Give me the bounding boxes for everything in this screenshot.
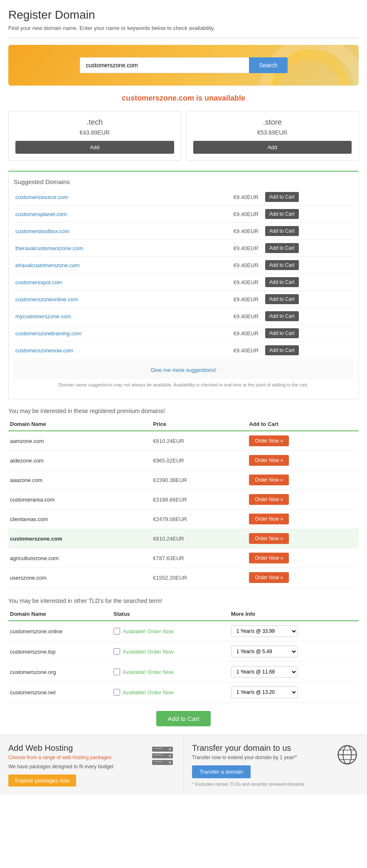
globe-icon (336, 743, 359, 767)
suggested-table: customerssource.com €9.40EUR Add to Cart… (14, 189, 353, 359)
order-now-button[interactable]: Order Now » (249, 553, 289, 563)
domain-name: customerstoolbox.com (14, 223, 187, 240)
domain-name: customerssource.com (14, 189, 187, 206)
table-row: aaazone.com €2390.38EUR Order Now » (8, 470, 359, 490)
promo-left: Add Web Hosting Choose from a range of w… (0, 735, 184, 795)
suggested-section: Suggested Domains customerssource.com €9… (8, 171, 359, 399)
tld-cards: .tech €43.89EUR Add .store €53.69EUR Add (8, 111, 359, 161)
more-info-select[interactable]: 1 Year/s @ 33.99 (231, 625, 298, 637)
tld-price-tech: €43.89EUR (15, 129, 174, 136)
search-banner: Search (8, 45, 359, 86)
add-to-cart-button[interactable]: Add to Cart (265, 311, 299, 321)
order-now-cell: Order Now » (247, 529, 359, 548)
domain-name: agriculturezone.com (8, 548, 151, 568)
explore-packages-button[interactable]: Explore packages now (8, 775, 76, 787)
tld-search-heading: You may be interested in other TLD's for… (8, 598, 359, 604)
add-to-cart-button[interactable]: Add to Cart (265, 192, 299, 202)
domain-price: €2390.38EUR (151, 470, 247, 490)
tld-search-section: You may be interested in other TLD's for… (8, 598, 359, 703)
table-row: customersspot.com €9.40EUR Add to Cart (14, 274, 353, 291)
search-input[interactable] (80, 57, 249, 73)
order-now-button[interactable]: Order Now » (249, 475, 289, 485)
tld-checkbox[interactable] (113, 669, 120, 675)
tld-col-domain: Domain Name (8, 607, 112, 621)
add-to-cart-button[interactable]: Add to Cart (265, 260, 299, 270)
add-to-cart-button[interactable]: Add to Cart (265, 277, 299, 287)
svg-point-3 (169, 748, 171, 750)
domain-price: €3188.66EUR (151, 490, 247, 509)
premium-heading: You may be interested in these registere… (8, 408, 359, 414)
table-row: customerszone.org Available! Order Now 1… (8, 662, 359, 682)
order-now-button[interactable]: Order Now » (249, 533, 289, 544)
domain-name: aidezone.com (8, 451, 151, 470)
domain-price: €9.40EUR (187, 274, 264, 291)
table-row: customerszoneonline.com €9.40EUR Add to … (14, 291, 353, 308)
order-now-button[interactable]: Order Now » (249, 572, 289, 583)
more-info-select[interactable]: 1 Year/s @ 11.69 (231, 666, 298, 678)
domain-price: €9.40EUR (187, 342, 264, 359)
add-cart-cell: Add to Cart (264, 206, 353, 223)
promo-right-title: Transfer your domain to us (192, 743, 304, 753)
tld-checkbox[interactable] (113, 628, 120, 634)
unavailable-message: customerszone.com is unavailable (8, 94, 359, 103)
order-now-cell: Order Now » (247, 548, 359, 568)
add-to-cart-button[interactable]: Add to Cart (265, 243, 299, 253)
search-button[interactable]: Search (249, 57, 287, 73)
add-cart-cell: Add to Cart (264, 342, 353, 359)
domain-name: elravalcustomerszone.com (14, 257, 187, 274)
search-form: Search (80, 57, 288, 73)
domain-price: €9.40EUR (187, 308, 264, 325)
domain-name: customersspot.com (14, 274, 187, 291)
domain-price: €9.40EUR (187, 223, 264, 240)
suggested-title: Suggested Domains (14, 178, 353, 185)
more-info-select[interactable]: 1 Year/s @ 5.49 (231, 646, 298, 657)
table-row: userszone.com €1552.20EUR Order Now » (8, 568, 359, 588)
domain-price: €965.02EUR (151, 451, 247, 470)
domain-name: customerszonenow.com (14, 342, 187, 359)
add-to-cart-button[interactable]: Add to Cart (265, 345, 299, 355)
disclaimer: Domain name suggestions may not always b… (14, 379, 353, 394)
domain-name: customersplanet.com (14, 206, 187, 223)
add-to-cart-button[interactable]: Add to Cart (156, 711, 211, 726)
add-to-cart-button[interactable]: Add to Cart (265, 328, 299, 338)
add-cart-cell: Add to Cart (264, 274, 353, 291)
transfer-domain-button[interactable]: Transfer a domain (192, 765, 251, 778)
add-to-cart-button[interactable]: Add to Cart (265, 209, 299, 219)
table-row: customerszone.com €610.24EUR Order Now » (8, 529, 359, 548)
add-cart-cell: Add to Cart (264, 189, 353, 206)
svg-rect-7 (154, 755, 163, 755)
order-now-cell: Order Now » (247, 451, 359, 470)
add-cart-cell: Add to Cart (264, 291, 353, 308)
order-now-button[interactable]: Order Now » (249, 494, 289, 505)
tld-more-info: 1 Year/s @ 5.49 (229, 642, 359, 662)
more-suggestions-link[interactable]: Give me more suggestions! (150, 367, 216, 373)
table-row: aidezone.com €965.02EUR Order Now » (8, 451, 359, 470)
add-to-cart-button[interactable]: Add to Cart (265, 294, 299, 304)
tld-domain-name: customerszone.top (8, 642, 112, 662)
tld-add-button-store[interactable]: Add (193, 141, 352, 154)
tld-checkbox[interactable] (113, 648, 120, 655)
tld-price-store: €53.69EUR (193, 129, 352, 136)
table-row: mycustomerszone.com €9.40EUR Add to Cart (14, 308, 353, 325)
promo-left-title: Add Web Hosting (8, 743, 113, 753)
server-icon (150, 743, 175, 770)
domain-name: theravalcustomerszone.com (14, 240, 187, 257)
table-row: customerszone.top Available! Order Now 1… (8, 642, 359, 662)
add-to-cart-button[interactable]: Add to Cart (265, 226, 299, 236)
domain-price: €787.63EUR (151, 548, 247, 568)
premium-section: You may be interested in these registere… (8, 408, 359, 588)
order-now-cell: Order Now » (247, 490, 359, 509)
more-info-select[interactable]: 1 Year/s @ 13.20 (231, 686, 298, 698)
order-now-button[interactable]: Order Now » (249, 514, 289, 524)
tld-add-button-tech[interactable]: Add (15, 141, 174, 154)
order-now-cell: Order Now » (247, 509, 359, 529)
add-cart-cell: Add to Cart (264, 240, 353, 257)
tld-name-store: .store (193, 118, 352, 127)
table-row: customersplanet.com €9.40EUR Add to Cart (14, 206, 353, 223)
tld-domain-name: customerszone.net (8, 682, 112, 703)
tld-checkbox[interactable] (113, 689, 120, 696)
domain-name: mycustomerszone.com (14, 308, 187, 325)
order-now-button[interactable]: Order Now » (249, 455, 289, 466)
order-now-button[interactable]: Order Now » (249, 435, 289, 446)
tld-search-table: Domain Name Status More Info customerszo… (8, 607, 359, 703)
